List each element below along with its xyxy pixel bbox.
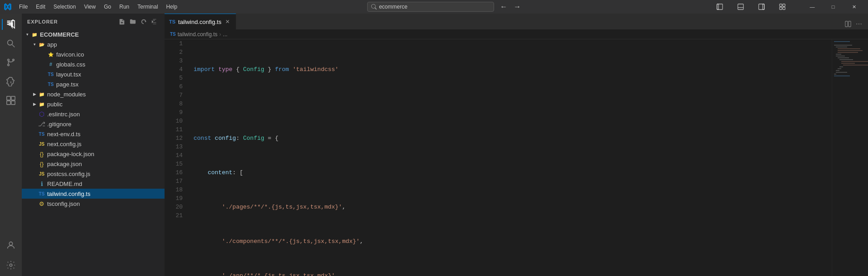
new-file-button[interactable]	[117, 17, 126, 26]
code-line-6: './components/**/*.{js,ts,jsx,tsx,mdx}',	[194, 237, 832, 246]
tree-project-root[interactable]: ▾ 📁 ECOMMERCE	[22, 29, 165, 39]
file-tree: ▾ 📁 ECOMMERCE ▾ 📂 app ▶ ⭐ favicon.ico ▶ …	[22, 29, 165, 276]
folder-icon: 📁	[38, 100, 45, 108]
chevron-right-icon: ▶	[31, 100, 38, 108]
project-label: ECOMMERCE	[40, 31, 79, 38]
code-line-4: content: [	[194, 168, 832, 177]
svg-rect-36	[838, 57, 849, 58]
menu-view[interactable]: View	[80, 3, 99, 11]
tree-item-favicon[interactable]: ▶ ⭐ favicon.ico	[22, 49, 165, 59]
menu-help[interactable]: Help	[163, 3, 181, 11]
svg-rect-5	[763, 4, 765, 10]
tree-item-next-env[interactable]: ▶ TS next-env.d.ts	[22, 129, 165, 139]
tree-item-label: package-lock.json	[47, 151, 94, 157]
more-actions-button[interactable]: ⋯	[853, 19, 864, 29]
tree-item-label: next-env.d.ts	[47, 131, 80, 138]
code-line-7: './app/**/*.{js,ts,jsx,tsx,mdx}',	[194, 271, 832, 276]
tab-tailwind-config[interactable]: TS tailwind.config.ts ✕	[165, 14, 236, 29]
svg-rect-35	[836, 56, 845, 57]
tree-item-label: package.json	[47, 161, 82, 167]
keyword: import	[194, 65, 215, 74]
tree-item-page[interactable]: ▶ TS page.tsx	[22, 79, 165, 89]
menu-run[interactable]: Run	[116, 3, 133, 11]
tree-item-package-lock[interactable]: ▶ {} package-lock.json	[22, 149, 165, 159]
tree-item-node-modules[interactable]: ▶ 📁 node_modules	[22, 89, 165, 99]
activity-search[interactable]	[2, 34, 20, 52]
activity-source-control[interactable]	[2, 53, 20, 71]
ts-icon: TS	[47, 71, 54, 78]
search-placeholder: ecommerce	[379, 4, 407, 10]
tree-item-tailwind-config[interactable]: ▶ TS tailwind.config.ts	[22, 189, 165, 199]
json-icon: {}	[38, 150, 45, 157]
favicon-icon: ⭐	[47, 51, 54, 58]
split-editor-button[interactable]	[843, 19, 853, 29]
title-bar-left: File Edit Selection View Go Run Terminal…	[4, 3, 181, 11]
menu-terminal[interactable]: Terminal	[134, 3, 161, 11]
svg-rect-34	[836, 54, 841, 55]
tree-item-public[interactable]: ▶ 📁 public	[22, 99, 165, 109]
line-num: 5	[166, 74, 183, 82]
layout-sidebar-right-button[interactable]	[751, 0, 772, 14]
layout-sidebar-button[interactable]	[709, 0, 730, 14]
svg-rect-8	[780, 7, 782, 10]
close-button[interactable]: ✕	[844, 0, 864, 14]
line-num: 13	[166, 143, 183, 151]
line-num: 14	[166, 151, 183, 160]
tree-item-tsconfig[interactable]: ▶ ⚙ tsconfig.json	[22, 199, 165, 209]
svg-rect-32	[838, 50, 863, 51]
svg-point-23	[9, 242, 12, 245]
tree-item-layout[interactable]: ▶ TS layout.tsx	[22, 69, 165, 79]
minimize-button[interactable]: —	[802, 0, 823, 14]
code-content[interactable]: import type { Config } from 'tailwindcss…	[186, 39, 832, 276]
menu-selection[interactable]: Selection	[50, 3, 79, 11]
title-search-bar[interactable]: ecommerce	[367, 2, 494, 12]
info-icon: ℹ	[38, 180, 45, 187]
activity-accounts[interactable]	[2, 236, 20, 254]
collapse-all-button[interactable]	[150, 17, 159, 26]
keyword-type: type	[218, 65, 233, 74]
layout-panel-button[interactable]	[730, 0, 751, 14]
line-num: 19	[166, 194, 183, 203]
code-line-3: const config: Config = {	[194, 134, 832, 143]
nav-back-button[interactable]: ←	[498, 2, 509, 11]
property: content	[208, 168, 233, 177]
layout-grid-button[interactable]	[772, 0, 793, 14]
type-name: Config	[243, 65, 264, 74]
activity-explorer[interactable]	[2, 15, 20, 33]
ts-file-icon: TS	[169, 19, 175, 24]
title-bar: File Edit Selection View Go Run Terminal…	[0, 0, 868, 14]
tab-close-button[interactable]: ✕	[224, 18, 231, 25]
refresh-button[interactable]	[139, 17, 148, 26]
new-folder-button[interactable]	[128, 17, 137, 26]
tree-item-app[interactable]: ▾ 📂 app	[22, 39, 165, 49]
folder-icon: 📁	[31, 31, 38, 38]
js-icon: JS	[38, 170, 45, 177]
svg-rect-46	[834, 76, 850, 76]
tree-item-readme[interactable]: ▶ ℹ README.md	[22, 179, 165, 189]
menu-file[interactable]: File	[15, 3, 31, 11]
tree-item-postcss[interactable]: ▶ JS postcss.config.js	[22, 169, 165, 179]
editor-right-icons: ⋯	[843, 19, 868, 29]
line-num: 16	[166, 168, 183, 177]
activity-extensions[interactable]	[2, 91, 20, 109]
svg-rect-26	[849, 21, 851, 27]
nav-forward-button[interactable]: →	[511, 2, 523, 11]
tree-item-eslint[interactable]: ▶ ⬡ .eslintrc.json	[22, 109, 165, 119]
code-line-2	[194, 100, 832, 108]
css-icon: #	[47, 61, 54, 68]
menu-edit[interactable]: Edit	[32, 3, 49, 11]
line-num: 9	[166, 108, 183, 117]
menu-go[interactable]: Go	[100, 3, 115, 11]
svg-rect-31	[838, 48, 860, 49]
svg-rect-42	[838, 68, 841, 69]
tree-item-globals-css[interactable]: ▶ # globals.css	[22, 59, 165, 69]
tree-item-gitignore[interactable]: ▶ ⎇ .gitignore	[22, 119, 165, 129]
line-num: 21	[166, 211, 183, 220]
maximize-button[interactable]: □	[823, 0, 844, 14]
activity-settings[interactable]	[2, 256, 20, 274]
tree-item-next-config[interactable]: ▶ JS next.config.js	[22, 139, 165, 149]
line-num: 2	[166, 48, 183, 57]
tree-item-package[interactable]: ▶ {} package.json	[22, 159, 165, 169]
activity-debug[interactable]	[2, 72, 20, 90]
svg-rect-2	[738, 4, 743, 10]
